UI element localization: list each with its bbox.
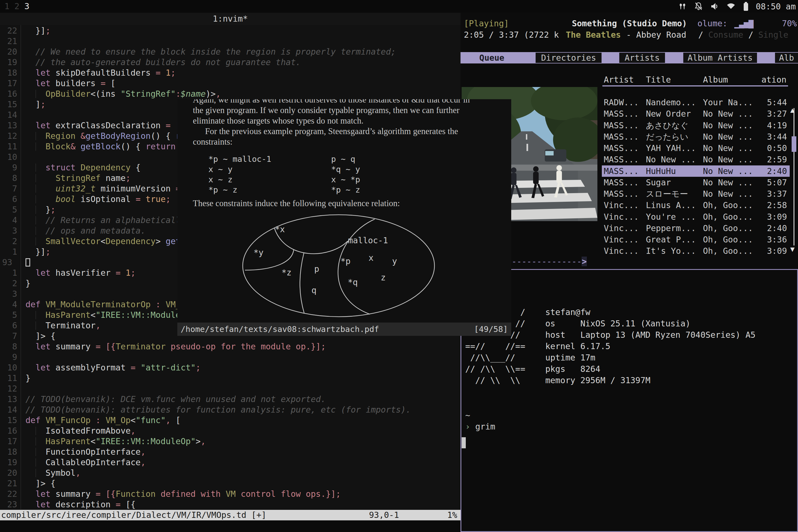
wifi-icon[interactable]	[726, 2, 736, 11]
cell-album: No New ...	[703, 177, 753, 188]
tab-album-artists[interactable]: Album Artists	[683, 53, 757, 63]
nvim-cmdline	[0, 520, 460, 532]
column-header-title[interactable]: Title	[646, 74, 671, 86]
queue-scrollbar-thumb[interactable]	[792, 136, 796, 152]
line-number: 13	[0, 120, 17, 131]
cell-album: Oh, Goo...	[703, 234, 753, 245]
code-text: }	[25, 373, 31, 383]
editor-line[interactable]: 18 FunctionOpInterface,	[0, 446, 460, 457]
notifications-off-icon[interactable]	[694, 2, 703, 11]
battery-icon[interactable]	[743, 1, 749, 11]
editor-line[interactable]: 21 ]> {	[0, 478, 460, 489]
nvim-window-titlebar[interactable]: 1:nvim*	[0, 13, 460, 25]
fastfetch-info: stefan@fw os NixOS 25.11 (Xantusia) host…	[545, 306, 756, 386]
pdf-text-line: Again, we might as well restrict ourselv…	[193, 99, 498, 105]
code-text: }];	[25, 25, 51, 36]
code-text: uint32_t minimumVersion = 0;	[25, 184, 196, 194]
code-text: let extraClassDeclaration = [{	[25, 120, 186, 131]
line-number: 3	[0, 226, 17, 236]
line-number: 22	[0, 489, 17, 499]
volume-icon[interactable]	[710, 2, 719, 11]
constraint-right: *p ∼ z	[331, 185, 360, 195]
line-number: 5	[0, 205, 17, 215]
editor-line[interactable]: 20 Symbol,	[0, 468, 460, 478]
cell-title: YAH YAH...	[646, 142, 696, 154]
line-number: 20	[0, 468, 17, 478]
cell-artist: MASS...	[604, 142, 639, 154]
code-text: // TODO(benvanik): attributes for functi…	[25, 404, 411, 415]
queue-scrollbar-track[interactable]	[794, 108, 794, 246]
constraint-right: *q ∼ y	[331, 164, 360, 174]
editor-line[interactable]: 8 let summary = [{Terminator pseudo-op f…	[0, 341, 460, 352]
editor-line[interactable]: 20 // We need to ensure the block inside…	[0, 46, 460, 57]
code-text: let summary = [{Function defined with VM…	[25, 489, 341, 499]
status-bar: 123 08:50 am	[0, 0, 798, 13]
tab-queue[interactable]: Queue	[471, 53, 513, 63]
editor-line[interactable]: 17 HasParent<"IREE::VM::ModuleOp">,	[0, 436, 460, 446]
editor-line[interactable]: 14// TODO(benvanik): attributes for func…	[0, 404, 460, 415]
cell-album: No New ...	[703, 166, 753, 177]
column-header-ation[interactable]: ation	[761, 74, 786, 86]
cell-duration: 5:44	[767, 97, 787, 108]
line-number: 2	[0, 278, 17, 289]
line-number: 15	[0, 99, 17, 110]
workspace-3[interactable]: 3	[24, 1, 30, 12]
editor-line[interactable]: 11}	[0, 373, 460, 383]
player-tab-bar: QueueDirectoriesArtistsAlbum ArtistsAlb	[460, 52, 798, 63]
prompt-line[interactable]: › grim	[465, 421, 495, 432]
cell-title: Linus A...	[646, 200, 696, 211]
equivalence-diagram: *x*y*zpqmalloc-1*pxy*qz	[238, 213, 440, 319]
editor-line[interactable]: 19 // the auto-generated builders do not…	[0, 57, 460, 68]
workspace-1[interactable]: 1	[4, 1, 10, 12]
code-text: ]> {	[25, 478, 55, 489]
line-number: 6	[0, 194, 17, 205]
cell-album: No New ...	[703, 188, 753, 200]
cell-artist: RADW...	[604, 97, 639, 108]
line-number: 3	[0, 289, 17, 299]
cell-artist: Vinc...	[604, 245, 639, 256]
line-number: 11	[0, 141, 17, 152]
code-text: let builders = [	[25, 78, 116, 89]
cell-duration: 3:09	[767, 211, 787, 223]
statusline-filename: compiler/src/iree/compiler/Dialect/VM/IR…	[1, 510, 266, 520]
flag-separator: /	[698, 30, 708, 40]
editor-line[interactable]: 13// TODO(benvanik): DCE vm.func when un…	[0, 394, 460, 404]
editor-line[interactable]: 15def VM_FuncOp : VM_Op<"func", [	[0, 415, 460, 425]
tab-artists[interactable]: Artists	[619, 53, 665, 63]
cell-artist: MASS...	[604, 166, 639, 177]
cell-title: You're ...	[646, 211, 696, 223]
cell-duration: 2:59	[767, 154, 787, 165]
editor-line[interactable]: 18 let skipDefaultBuilders = 1;	[0, 68, 460, 78]
scroll-down-icon[interactable]: ▼	[790, 245, 795, 253]
tab-alb[interactable]: Alb	[775, 53, 798, 63]
prompt-command: grim	[475, 422, 495, 432]
editor-line[interactable]: 16 OpBuilder<(ins "StringRef":$name)>,	[0, 89, 460, 99]
diagram-label-star-y: *y	[253, 248, 264, 258]
tab-directories[interactable]: Directories	[536, 53, 602, 63]
editor-line[interactable]: 22 }];	[0, 25, 460, 36]
system-tray: 08:50 am	[678, 0, 796, 13]
editor-line[interactable]: 9	[0, 352, 460, 362]
column-header-album[interactable]: Album	[703, 74, 728, 86]
editor-line[interactable]: 21	[0, 36, 460, 46]
volume-bars-icon: ▁▃▅▇	[734, 18, 753, 29]
editor-line[interactable]: 16 IsolatedFromAbove,	[0, 425, 460, 436]
editor-line[interactable]: 19 CallableOpInterface,	[0, 457, 460, 468]
pdf-paragraph: Again, we might as well restrict ourselv…	[193, 99, 498, 147]
editor-line[interactable]: 22 let summary = [{Function defined with…	[0, 489, 460, 499]
editor-line[interactable]: 23 let description = [{	[0, 499, 460, 510]
workspace-2[interactable]: 2	[14, 1, 19, 12]
column-header-artist[interactable]: Artist	[604, 74, 634, 86]
cell-duration: 3:44	[767, 131, 787, 142]
editor-line[interactable]: 12	[0, 383, 460, 394]
editor-line[interactable]: 10 let assemblyFormat = "attr-dict";	[0, 362, 460, 373]
earbuds-icon[interactable]	[678, 2, 687, 11]
editor-line[interactable]: 17 let builders = [	[0, 78, 460, 89]
pdf-viewer-window[interactable]: Again, we might as well restrict ourselv…	[177, 99, 511, 336]
queue-row[interactable]: MASS...HuHuHuNo New ...2:40	[602, 166, 790, 177]
code-text: let summary = [{Terminator pseudo-op for…	[25, 341, 326, 352]
code-text: FunctionOpInterface,	[25, 446, 146, 457]
line-number: 4	[0, 299, 17, 310]
line-number: 10	[0, 362, 17, 373]
line-number: 23	[0, 499, 17, 510]
